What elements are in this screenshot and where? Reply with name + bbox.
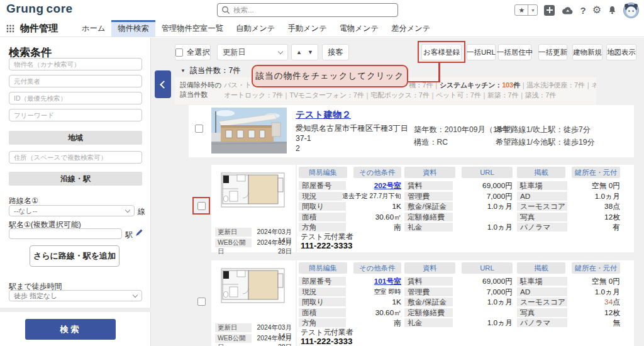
mgmt-fee-label: 管理費: [404, 287, 453, 296]
add-new-icon[interactable]: [544, 5, 555, 16]
tab-denbutsu-mainte[interactable]: 電物メンテ: [333, 20, 385, 36]
parking-label: 駐車場: [517, 181, 567, 190]
layout-label: 間取り: [299, 298, 346, 306]
global-search-input[interactable]: [233, 6, 384, 14]
publish-tab[interactable]: 掲載: [517, 262, 565, 274]
floorplan-thumbnail[interactable]: [221, 172, 285, 208]
result-count-toggle[interactable]: ▼ 該当件数：7件: [180, 65, 241, 76]
rent-value: 69,000円: [453, 277, 513, 286]
key-money-value: 1.0ヵ月: [453, 223, 513, 232]
updated-label: 更新日: [215, 323, 252, 332]
sort-asc-button[interactable]: ▲: [296, 49, 302, 55]
section-line-station: 沿線・駅: [9, 172, 142, 186]
tab-diff-mainte[interactable]: 差分メンテ: [385, 20, 436, 36]
agent-phone: 111-222-3333: [301, 337, 353, 346]
apps-grid-icon[interactable]: [6, 25, 14, 33]
customer-register-button[interactable]: お客様登録: [421, 44, 462, 60]
collapse-sidebar-button[interactable]: [155, 70, 171, 98]
room-no-label: 部屋番号: [299, 277, 346, 286]
favorites-star-button[interactable]: ★ ▼: [514, 4, 538, 16]
user-avatar[interactable]: [623, 3, 639, 18]
documents-tab[interactable]: 資料: [404, 262, 455, 274]
release-cloud-icon[interactable]: [561, 6, 574, 15]
rent-value: 69,000円: [453, 181, 513, 190]
floorplan-thumbnail[interactable]: [221, 268, 285, 303]
sort-select[interactable]: 更新日: [217, 44, 288, 60]
equipment-counts-line2: オートロック：7件｜TVモニターフォン：7件｜宅配ボックス：7件｜ペット可：7件…: [224, 90, 596, 100]
tab-vacancy-list[interactable]: 管理物件空室一覧: [155, 20, 230, 36]
result-count-text: 該当件数：7件: [190, 65, 241, 76]
url-tab[interactable]: URL: [462, 262, 513, 274]
layout-label: 間取り: [299, 202, 346, 211]
room-checkbox[interactable]: [197, 298, 206, 306]
photos-label: 写真: [517, 308, 567, 317]
sort-desc-button[interactable]: ▼: [308, 49, 313, 55]
tab-home[interactable]: ホーム: [75, 20, 111, 36]
star-icon: ★: [515, 5, 528, 15]
repair-label: 定額修繕費: [404, 308, 453, 317]
photos-value: 12枚: [567, 213, 620, 221]
bulk-url-button[interactable]: 一括URL: [467, 44, 496, 60]
tab-property-search[interactable]: 物件検索: [111, 20, 155, 36]
station-input[interactable]: [9, 228, 122, 239]
tab-manual-mainte[interactable]: 手動メンテ: [281, 20, 333, 36]
line-suffix: 線: [138, 206, 145, 217]
room-no-link[interactable]: 101号室: [374, 277, 401, 286]
map-view-button[interactable]: 地図表示: [606, 44, 636, 60]
room-checkbox[interactable]: [197, 202, 206, 210]
building-checkbox[interactable]: [195, 125, 203, 133]
walk-time-select[interactable]: 徒歩 指定なし: [9, 290, 142, 301]
publish-tab[interactable]: 掲載: [517, 167, 565, 178]
building-photo[interactable]: [211, 108, 287, 153]
new-building-button[interactable]: 建物新規: [572, 44, 602, 60]
pencil-edit-icon[interactable]: [135, 228, 143, 237]
add-line-station-button[interactable]: さらに路線・駅を追加: [30, 245, 119, 267]
nav-tabs: ホーム 物件検索 管理物件空室一覧 自動メンテ 手動メンテ 電物メンテ 差分メン…: [75, 20, 436, 36]
agent-input[interactable]: [9, 75, 142, 87]
room-no-link[interactable]: 202号室: [374, 181, 401, 190]
mgmt-fee-label: 管理費: [404, 192, 453, 201]
address-input[interactable]: [9, 151, 142, 164]
bulk-update-button[interactable]: 一括更新: [538, 44, 567, 60]
reception-button[interactable]: 接客: [322, 44, 349, 60]
id-input[interactable]: [9, 92, 142, 104]
search-sidebar: 検索条件 地域 沿線・駅 路線名① --なし-- 線 駅名①(複数選択可能) 駅…: [0, 38, 151, 346]
global-search[interactable]: [217, 3, 398, 17]
logo-part-2: core: [47, 2, 73, 16]
key-money-label: 礼金: [404, 223, 453, 232]
other-conditions-tab[interactable]: その他条件: [353, 262, 402, 274]
select-all-checkbox[interactable]: [175, 48, 183, 57]
bulk-occupied-button[interactable]: 一括居住中: [498, 44, 531, 60]
other-conditions-tab[interactable]: その他条件: [353, 167, 402, 178]
documents-tab[interactable]: 資料: [404, 167, 455, 178]
panorama-label: パノラマ: [517, 318, 567, 327]
updated-value: 2024年03月14日: [252, 323, 292, 332]
agent-phone: 111-222-3333: [301, 241, 353, 250]
easy-edit-tab[interactable]: 簡易編集: [299, 167, 347, 178]
building-station-2: 希望路線1/今池駅：徒歩19分: [496, 136, 595, 148]
gear-icon[interactable]: ⚙: [592, 5, 601, 15]
key-location-tab[interactable]: 鍵所在・元付: [572, 262, 620, 274]
annotation-tooltip: 該当の物件をチェックしてクリック: [252, 65, 408, 87]
line-select[interactable]: --なし--: [9, 205, 135, 216]
panorama-value: 無: [567, 318, 620, 327]
bell-icon[interactable]: [608, 5, 617, 15]
search-button[interactable]: 検索: [25, 319, 116, 340]
freeword-input[interactable]: [9, 109, 142, 121]
easy-edit-tab[interactable]: 簡易編集: [299, 262, 347, 274]
area-label: 面積: [299, 308, 346, 317]
help-icon[interactable]: ?: [580, 5, 586, 16]
status-label: 現況: [299, 287, 346, 296]
building-title-link[interactable]: テスト建物２: [296, 109, 351, 121]
url-tab[interactable]: URL: [462, 167, 513, 178]
panorama-label: パノラマ: [517, 223, 567, 232]
select-all-chip[interactable]: 全選択: [175, 44, 211, 60]
repair-value: [453, 308, 513, 317]
tab-auto-mainte[interactable]: 自動メンテ: [230, 20, 281, 36]
property-name-input[interactable]: [9, 58, 142, 70]
parking-value: 空無 0円: [567, 181, 620, 190]
area-value: 30.60㎡: [346, 213, 401, 221]
key-location-tab[interactable]: 鍵所在・元付: [572, 167, 620, 178]
sidebar-divider: [0, 308, 151, 312]
chevron-down-icon: [125, 207, 130, 212]
